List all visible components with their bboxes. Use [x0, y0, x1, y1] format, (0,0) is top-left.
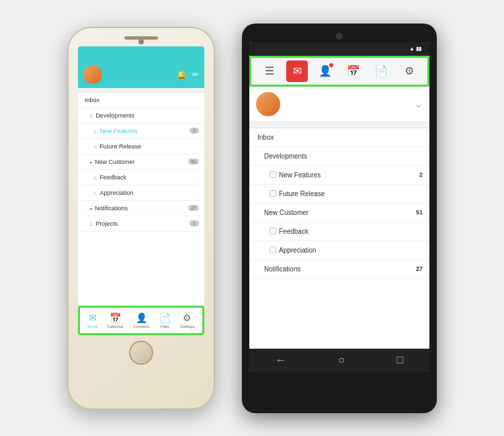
ios-phone: 🔔 ✏ InboxL DevelopmentsL New Features2L … — [67, 27, 215, 410]
ios-folder-label: L Appreciation — [94, 189, 133, 196]
android-user-info — [256, 92, 286, 116]
contacts-tab-icon: 👤 — [136, 312, 147, 323]
ios-folder-item[interactable]: L Feedback — [78, 170, 204, 185]
ios-tab-label: Calendar — [108, 324, 124, 329]
ios-folder-item[interactable]: L Appreciation — [78, 185, 204, 201]
android-folder-label: Appreciation — [279, 247, 317, 254]
folder-prefix-icon: • — [90, 206, 93, 212]
compose-icon[interactable]: ✏ — [192, 70, 199, 79]
ios-folder-item[interactable]: L New Features2 — [78, 124, 204, 139]
ios-tab-label: Settings — [180, 324, 195, 329]
ios-avatar — [83, 65, 102, 84]
android-folder-item[interactable]: Inbox — [249, 128, 429, 147]
android-user-header[interactable]: ⌄ — [249, 87, 429, 122]
folder-prefix-icon: • — [90, 159, 93, 165]
android-recents-button[interactable]: □ — [397, 354, 404, 366]
android-folder-item[interactable]: Notifications27 — [249, 260, 429, 279]
calendar-tab-icon: 📅 — [110, 312, 121, 323]
android-subfolder-icon — [269, 171, 276, 178]
android-folder-left: Inbox — [257, 134, 274, 141]
ios-tab-email[interactable]: ✉Email — [87, 312, 97, 329]
android-folder-item[interactable]: Appreciation — [249, 241, 429, 260]
ios-tab-settings[interactable]: ⚙Settings — [180, 312, 195, 329]
ios-home-button[interactable] — [129, 341, 153, 365]
android-screen: ▲ ▮▮ ☰✉👤📅📄⚙ ⌄ InboxDevelopmentsNew — [249, 42, 429, 372]
android-status-bar: ▲ ▮▮ — [249, 42, 429, 56]
folder-prefix-icon: L — [94, 190, 98, 196]
ios-tab-label: Files — [161, 324, 169, 329]
android-subfolder-icon — [269, 228, 276, 234]
ios-folder-label: • New Customer — [90, 159, 135, 165]
android-chevron-down-icon[interactable]: ⌄ — [414, 97, 423, 110]
ios-camera — [138, 39, 144, 44]
android-folder-list: InboxDevelopmentsNew Features2Future Rel… — [249, 128, 429, 349]
ios-folder-label: L Developments — [90, 112, 134, 119]
ios-folder-item[interactable]: L Developments — [78, 108, 204, 124]
android-nav-bar: ←○□ — [249, 349, 429, 372]
android-folder-label: Inbox — [257, 134, 274, 141]
folder-badge: 1 — [190, 220, 199, 226]
ios-folder-item[interactable]: L Projects1 — [78, 216, 204, 232]
ios-folders-label — [78, 88, 204, 93]
android-subfolder-icon — [269, 247, 276, 253]
android-folder-item[interactable]: New Customer51 — [249, 204, 429, 222]
android-folder-badge: 51 — [412, 209, 423, 216]
android-toolbar-mail-icon[interactable]: ✉ — [286, 60, 308, 82]
android-folder-label: New Customer — [264, 209, 308, 216]
folder-badge: 2 — [190, 128, 199, 134]
ios-folder-label: L Feedback — [94, 174, 126, 181]
android-folder-item[interactable]: New Features2 — [249, 166, 429, 185]
android-subfolder-icon — [269, 190, 276, 197]
ios-tab-label: Email — [87, 324, 97, 329]
android-folder-label: New Features — [279, 171, 321, 179]
android-folder-left: New Features — [269, 171, 321, 179]
files-tab-icon: 📄 — [159, 312, 171, 323]
ios-tab-files[interactable]: 📄Files — [159, 312, 171, 329]
android-folder-item[interactable]: Feedback — [249, 222, 429, 241]
android-folder-label: Feedback — [279, 228, 308, 235]
folder-prefix-icon: L — [94, 175, 98, 181]
android-folder-badge: 27 — [412, 265, 423, 272]
bell-icon[interactable]: 🔔 — [177, 70, 187, 79]
android-folder-left: Future Release — [269, 190, 325, 198]
ios-folder-item[interactable]: • New Customer51 — [78, 155, 204, 170]
android-camera — [336, 33, 343, 40]
android-folder-left: Notifications — [264, 265, 300, 273]
android-signal-icon: ▮▮ — [416, 46, 421, 52]
android-phone: ▲ ▮▮ ☰✉👤📅📄⚙ ⌄ InboxDevelopmentsNew — [242, 24, 437, 413]
android-toolbar: ☰✉👤📅📄⚙ — [249, 56, 429, 87]
ios-tab-calendar[interactable]: 📅Calendar — [108, 312, 124, 329]
ios-folder-label: L Future Release — [94, 143, 141, 150]
folder-badge: 51 — [188, 159, 199, 165]
ios-bottom-bar: ✉Email📅Calendar👤Contacts📄Files⚙Settings — [78, 306, 204, 335]
android-back-button[interactable]: ← — [276, 354, 286, 366]
ios-folder-item[interactable]: L Future Release — [78, 139, 204, 155]
android-folder-left: Appreciation — [269, 247, 317, 254]
settings-tab-icon: ⚙ — [183, 312, 192, 323]
android-toolbar-calendar-icon[interactable]: 📅 — [343, 60, 364, 82]
android-folder-item[interactable]: Developments — [249, 147, 429, 166]
ios-folder-item[interactable]: Inbox — [78, 93, 204, 108]
folder-prefix-icon: L — [90, 113, 94, 119]
android-toolbar-menu-icon[interactable]: ☰ — [259, 60, 280, 82]
android-avatar — [256, 92, 280, 116]
ios-tab-contacts[interactable]: 👤Contacts — [133, 312, 149, 329]
folder-prefix-icon: L — [90, 221, 94, 227]
ios-screen: 🔔 ✏ InboxL DevelopmentsL New Features2L … — [78, 46, 204, 335]
android-toolbar-file-icon[interactable]: 📄 — [370, 60, 392, 82]
android-wifi-icon: ▲ — [409, 46, 415, 52]
ios-user-info — [83, 65, 106, 84]
ios-folder-label: Inbox — [85, 97, 99, 103]
android-folder-label: Developments — [264, 152, 307, 160]
android-toolbar-settings-icon[interactable]: ⚙ — [398, 60, 420, 82]
android-home-button[interactable]: ○ — [338, 354, 345, 366]
android-toolbar-person-icon[interactable]: 👤 — [314, 60, 336, 82]
ios-folder-label: L Projects — [90, 220, 118, 227]
android-status-icons: ▲ ▮▮ — [409, 46, 421, 52]
ios-folder-item[interactable]: • Notifications27 — [78, 201, 204, 216]
android-folder-item[interactable]: Future Release — [249, 185, 429, 204]
folder-prefix-icon: L — [94, 144, 98, 150]
email-tab-icon: ✉ — [89, 312, 97, 323]
android-folder-left: New Customer — [264, 209, 308, 216]
android-folders-label — [249, 122, 429, 128]
